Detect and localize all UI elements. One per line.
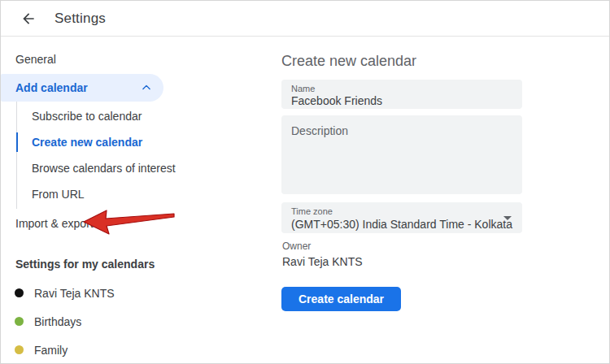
timezone-value: (GMT+05:30) India Standard Time - Kolkat… bbox=[291, 218, 512, 231]
sidebar-item-add-calendar[interactable]: Add calendar bbox=[1, 74, 163, 102]
sidebar-item-from-url[interactable]: From URL bbox=[17, 181, 281, 207]
owner-field: Owner Ravi Teja KNTS bbox=[281, 240, 609, 270]
calendar-color-dot bbox=[15, 288, 24, 297]
timezone-select[interactable]: Time zone (GMT+05:30) India Standard Tim… bbox=[281, 202, 522, 233]
calendar-row-birthdays[interactable]: Birthdays bbox=[1, 307, 281, 336]
sidebar-item-general[interactable]: General bbox=[1, 48, 281, 71]
name-field-label: Name bbox=[291, 83, 512, 94]
my-calendars-section-heading: Settings for my calendars bbox=[1, 256, 281, 272]
settings-sidebar: General Add calendar Subscribe to calend… bbox=[1, 37, 281, 364]
dropdown-caret-icon bbox=[503, 216, 512, 220]
calendar-row-label: Family bbox=[34, 344, 68, 357]
create-calendar-heading: Create new calendar bbox=[281, 51, 609, 71]
calendar-color-dot bbox=[15, 317, 24, 326]
sidebar-item-import-export[interactable]: Import & export bbox=[1, 210, 281, 236]
calendar-row-ravi-teja[interactable]: Ravi Teja KNTS bbox=[1, 279, 281, 307]
my-calendars-list: Ravi Teja KNTS Birthdays Family bbox=[1, 279, 281, 364]
back-button[interactable] bbox=[19, 9, 38, 28]
calendar-row-label: Ravi Teja KNTS bbox=[34, 287, 115, 300]
calendar-row-label: Birthdays bbox=[34, 315, 81, 328]
name-input[interactable] bbox=[291, 94, 512, 108]
owner-value: Ravi Teja KNTS bbox=[282, 254, 609, 270]
settings-header: Settings bbox=[1, 1, 609, 37]
add-calendar-subnav: Subscribe to calendar Create new calenda… bbox=[16, 102, 281, 209]
sidebar-item-subscribe-to-calendar[interactable]: Subscribe to calendar bbox=[17, 103, 281, 129]
description-textarea[interactable] bbox=[281, 115, 522, 194]
sidebar-item-browse-calendars-of-interest[interactable]: Browse calendars of interest bbox=[17, 155, 281, 181]
chevron-up-icon bbox=[141, 82, 152, 93]
timezone-field-label: Time zone bbox=[291, 206, 512, 217]
back-arrow-icon bbox=[20, 11, 37, 27]
owner-field-label: Owner bbox=[282, 240, 609, 253]
add-calendar-label: Add calendar bbox=[15, 81, 88, 94]
create-calendar-button[interactable]: Create calendar bbox=[281, 287, 401, 311]
calendar-row-family[interactable]: Family bbox=[1, 336, 281, 364]
settings-page: Settings General Add calendar Subscribe … bbox=[0, 0, 610, 364]
calendar-color-dot bbox=[15, 345, 24, 354]
create-calendar-panel: Create new calendar Name Time zone (GMT+… bbox=[281, 37, 609, 364]
name-field[interactable]: Name bbox=[281, 80, 522, 109]
sidebar-item-create-new-calendar[interactable]: Create new calendar bbox=[17, 129, 281, 155]
description-field[interactable] bbox=[281, 115, 522, 194]
page-title: Settings bbox=[54, 11, 106, 27]
